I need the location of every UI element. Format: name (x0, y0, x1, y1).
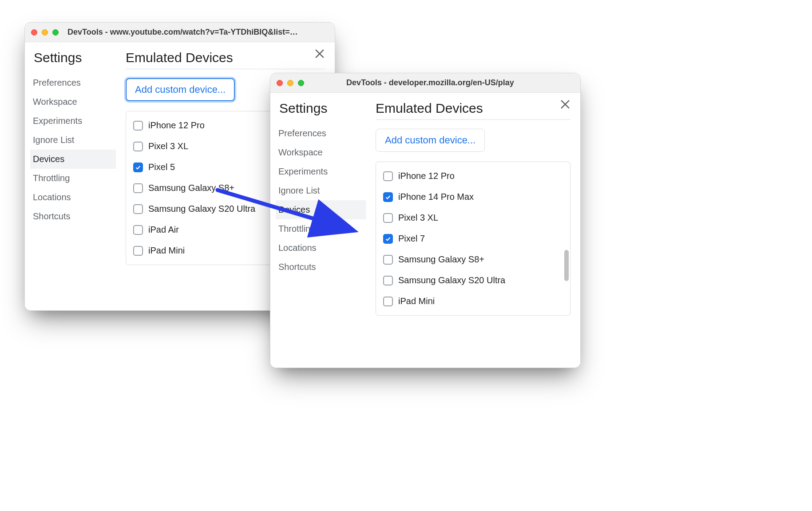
device-label: iPad Mini (398, 296, 435, 306)
checkbox[interactable] (383, 297, 393, 306)
sidebar-item-locations[interactable]: Locations (30, 188, 116, 207)
close-icon[interactable] (313, 48, 326, 60)
sidebar-item-shortcuts[interactable]: Shortcuts (276, 257, 366, 277)
settings-heading: Settings (34, 50, 116, 65)
divider (376, 119, 570, 120)
device-row[interactable]: Samsung Galaxy S20 Ultra (376, 270, 570, 291)
settings-main: Emulated Devices Add custom device... iP… (366, 93, 580, 368)
nav-list: PreferencesWorkspaceExperimentsIgnore Li… (278, 124, 366, 277)
sidebar-item-throttling[interactable]: Throttling (30, 169, 116, 188)
checkbox[interactable] (133, 162, 143, 172)
sidebar-item-devices[interactable]: Devices (30, 150, 116, 169)
nav-list: PreferencesWorkspaceExperimentsIgnore Li… (33, 73, 116, 226)
settings-sidebar: Settings PreferencesWorkspaceExperiments… (270, 93, 366, 368)
titlebar[interactable]: DevTools - developer.mozilla.org/en-US/p… (270, 73, 580, 93)
scrollbar-thumb[interactable] (564, 250, 569, 281)
device-label: Samsung Galaxy S8+ (398, 254, 484, 265)
content-area: Settings PreferencesWorkspaceExperiments… (270, 93, 580, 368)
add-custom-device-button[interactable]: Add custom device... (126, 78, 235, 101)
checkbox[interactable] (133, 183, 143, 193)
device-row[interactable]: iPhone 12 Pro (376, 166, 570, 186)
minimize-window-button[interactable] (42, 29, 48, 36)
device-label: Pixel 3 XL (148, 141, 188, 151)
checkbox[interactable] (133, 225, 143, 235)
sidebar-item-throttling[interactable]: Throttling (276, 219, 366, 238)
checkbox[interactable] (383, 192, 393, 202)
checkbox[interactable] (383, 213, 393, 223)
sidebar-item-preferences[interactable]: Preferences (276, 124, 366, 143)
add-custom-device-button[interactable]: Add custom device... (376, 129, 485, 152)
titlebar[interactable]: DevTools - www.youtube.com/watch?v=Ta-YT… (25, 23, 335, 42)
divider (126, 69, 325, 69)
checkbox[interactable] (133, 204, 143, 214)
device-label: iPad Mini (148, 246, 185, 256)
sidebar-item-ignore-list[interactable]: Ignore List (276, 181, 366, 200)
maximize-window-button[interactable] (52, 29, 59, 36)
device-label: iPhone 14 Pro Max (398, 192, 474, 202)
checkbox[interactable] (133, 246, 143, 256)
device-label: iPad Air (148, 225, 179, 235)
device-row[interactable]: iPhone 14 Pro Max (376, 186, 570, 207)
device-label: iPhone 12 Pro (148, 120, 205, 131)
device-row[interactable]: iPad Mini (376, 291, 570, 312)
window-title: DevTools - www.youtube.com/watch?v=Ta-YT… (67, 28, 329, 37)
checkbox[interactable] (133, 142, 143, 151)
checkbox[interactable] (383, 276, 393, 285)
sidebar-item-shortcuts[interactable]: Shortcuts (30, 207, 116, 226)
close-window-button[interactable] (277, 80, 283, 86)
checkbox[interactable] (133, 121, 143, 131)
checkbox[interactable] (383, 171, 393, 181)
sidebar-item-experiments[interactable]: Experiments (30, 111, 116, 131)
device-label: Pixel 7 (398, 234, 425, 244)
checkbox[interactable] (383, 255, 393, 265)
device-label: Pixel 5 (148, 162, 175, 172)
emulated-devices-heading: Emulated Devices (376, 101, 570, 116)
sidebar-item-workspace[interactable]: Workspace (276, 143, 366, 162)
sidebar-item-ignore-list[interactable]: Ignore List (30, 131, 116, 150)
settings-sidebar: Settings PreferencesWorkspaceExperiments… (25, 42, 116, 310)
minimize-window-button[interactable] (287, 80, 293, 86)
device-row[interactable]: Samsung Galaxy S8+ (376, 249, 570, 270)
devtools-window-2: DevTools - developer.mozilla.org/en-US/p… (270, 73, 581, 368)
device-list: iPhone 12 ProiPhone 14 Pro MaxPixel 3 XL… (376, 162, 570, 316)
device-row[interactable]: Pixel 7 (376, 228, 570, 249)
window-title: DevTools - developer.mozilla.org/en-US/p… (313, 78, 574, 87)
device-label: Samsung Galaxy S8+ (148, 183, 234, 193)
device-label: Pixel 3 XL (398, 213, 438, 223)
sidebar-item-devices[interactable]: Devices (276, 200, 366, 219)
sidebar-item-workspace[interactable]: Workspace (30, 92, 116, 111)
maximize-window-button[interactable] (298, 80, 304, 86)
device-label: iPhone 12 Pro (398, 171, 455, 181)
device-row[interactable]: Pixel 3 XL (376, 207, 570, 228)
device-label: Samsung Galaxy S20 Ultra (148, 204, 255, 214)
emulated-devices-heading: Emulated Devices (126, 50, 325, 65)
close-window-button[interactable] (31, 29, 37, 36)
traffic-lights (31, 29, 59, 36)
device-label: Samsung Galaxy S20 Ultra (398, 275, 505, 285)
traffic-lights (277, 80, 304, 86)
settings-heading: Settings (279, 101, 366, 116)
checkbox[interactable] (383, 234, 393, 244)
sidebar-item-preferences[interactable]: Preferences (30, 73, 116, 92)
sidebar-item-locations[interactable]: Locations (276, 238, 366, 257)
close-icon[interactable] (559, 98, 571, 111)
scrollbar[interactable] (564, 166, 569, 312)
sidebar-item-experiments[interactable]: Experiments (276, 162, 366, 181)
